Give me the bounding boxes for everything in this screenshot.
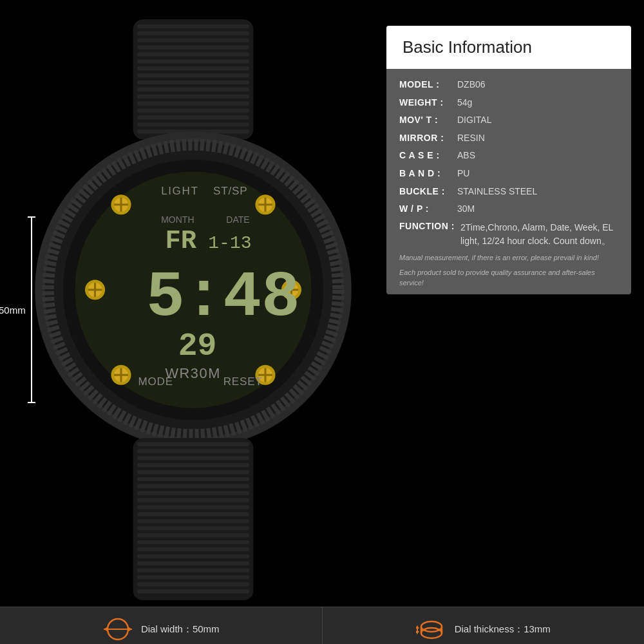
info-field-key: MOV' T : bbox=[399, 114, 457, 127]
info-field-key: W / P : bbox=[399, 203, 457, 216]
info-field-key: MODEL : bbox=[399, 79, 457, 91]
svg-rect-12 bbox=[137, 102, 249, 106]
svg-text:29: 29 bbox=[178, 328, 217, 365]
watch-area: 50mm bbox=[13, 19, 374, 600]
info-card: Basic Information MODEL :DZB06WEIGHT :54… bbox=[386, 26, 631, 294]
spec-dial-width: Dial width：50mm bbox=[0, 607, 323, 644]
svg-rect-77 bbox=[137, 519, 249, 523]
info-field-key: WEIGHT : bbox=[399, 97, 457, 109]
dimension-indicator: 50mm bbox=[31, 216, 32, 403]
svg-text:LIGHT: LIGHT bbox=[161, 185, 198, 197]
main-container: 50mm bbox=[0, 0, 644, 644]
info-field-value: 30M bbox=[457, 203, 475, 216]
svg-rect-4 bbox=[137, 45, 249, 49]
svg-text:1-13: 1-13 bbox=[208, 233, 251, 253]
svg-rect-9 bbox=[137, 80, 249, 84]
info-field-key: MIRROR : bbox=[399, 132, 457, 145]
svg-rect-76 bbox=[137, 512, 249, 516]
info-field-row: B A N D :PU bbox=[399, 167, 618, 180]
svg-rect-67 bbox=[137, 449, 249, 453]
svg-rect-78 bbox=[137, 526, 249, 530]
svg-rect-10 bbox=[137, 88, 249, 91]
info-field-row: WEIGHT :54g bbox=[399, 97, 618, 109]
info-field-key: C A S E : bbox=[399, 149, 457, 162]
dial-width-icon bbox=[102, 614, 133, 644]
info-field-key: BUCKLE : bbox=[399, 185, 457, 198]
info-card-header: Basic Information bbox=[386, 26, 631, 69]
watch-image: LIGHT ST/SP MODE RESET MONTH DATE FR 1-1… bbox=[13, 19, 374, 600]
svg-rect-15 bbox=[137, 122, 249, 126]
info-field-key: B A N D : bbox=[399, 167, 457, 180]
info-card-body: MODEL :DZB06WEIGHT :54gMOV' T :DIGITALMI… bbox=[386, 69, 631, 294]
svg-marker-90 bbox=[104, 627, 107, 631]
svg-text:FR: FR bbox=[165, 226, 196, 256]
info-field-row: MOV' T :DIGITAL bbox=[399, 114, 618, 127]
svg-marker-98 bbox=[416, 631, 419, 634]
info-field-row: MODEL :DZB06 bbox=[399, 79, 618, 91]
dimension-label: 50mm bbox=[0, 305, 26, 316]
function-key: FUNCTION : bbox=[399, 221, 460, 231]
svg-rect-13 bbox=[137, 108, 249, 112]
info-field-row: BUCKLE :STAINLESS STEEL bbox=[399, 185, 618, 198]
svg-rect-6 bbox=[137, 59, 249, 63]
svg-rect-83 bbox=[137, 562, 249, 565]
info-note-1: Manual measurement, if there is an error… bbox=[399, 253, 618, 263]
info-field-value: DIGITAL bbox=[457, 114, 491, 127]
svg-rect-68 bbox=[137, 456, 249, 460]
info-field-value: 54g bbox=[457, 97, 472, 109]
svg-text:MONTH: MONTH bbox=[161, 214, 194, 225]
function-row: FUNCTION : 2Time,Chrono, Alarm, Date, We… bbox=[399, 221, 618, 248]
svg-rect-2 bbox=[137, 32, 249, 35]
svg-marker-91 bbox=[129, 627, 132, 631]
info-field-value: DZB06 bbox=[457, 79, 486, 91]
svg-text:ST/SP: ST/SP bbox=[213, 185, 247, 197]
info-field-row: W / P :30M bbox=[399, 203, 618, 216]
spec-dial-thickness-label: Dial thickness：13mm bbox=[455, 623, 551, 636]
svg-rect-70 bbox=[137, 470, 249, 474]
svg-rect-80 bbox=[137, 540, 249, 544]
svg-rect-8 bbox=[137, 73, 249, 77]
svg-rect-74 bbox=[137, 498, 249, 502]
svg-text:5:48: 5:48 bbox=[146, 261, 300, 334]
svg-rect-72 bbox=[137, 484, 249, 488]
info-field-value: ABS bbox=[457, 149, 475, 162]
svg-rect-14 bbox=[137, 115, 249, 119]
svg-rect-85 bbox=[137, 575, 249, 579]
specs-row-1: Dial width：50mm Dial thickness：13mm bbox=[0, 607, 644, 644]
info-field-value: PU bbox=[457, 167, 469, 180]
spec-dial-width-label: Dial width：50mm bbox=[141, 623, 220, 636]
specs-section: Dial width：50mm Dial thickness：13mm bbox=[0, 607, 644, 644]
function-value: 2Time,Chrono, Alarm, Date, Week, EL ligh… bbox=[460, 221, 618, 248]
svg-marker-97 bbox=[416, 625, 419, 629]
svg-point-95 bbox=[421, 628, 442, 638]
info-card-title: Basic Information bbox=[402, 37, 615, 57]
info-field-value: RESIN bbox=[457, 132, 485, 145]
svg-rect-1 bbox=[137, 24, 249, 28]
svg-rect-5 bbox=[137, 52, 249, 56]
svg-rect-7 bbox=[137, 66, 249, 70]
info-field-value: STAINLESS STEEL bbox=[457, 185, 537, 198]
svg-text:RESET: RESET bbox=[223, 375, 263, 388]
svg-rect-3 bbox=[137, 39, 249, 43]
svg-rect-87 bbox=[137, 589, 249, 593]
info-note-2: Each product sold to provide quality ass… bbox=[399, 268, 618, 288]
svg-rect-11 bbox=[137, 95, 249, 99]
svg-rect-81 bbox=[137, 547, 249, 551]
svg-rect-69 bbox=[137, 463, 249, 467]
svg-rect-66 bbox=[137, 442, 249, 446]
top-section: 50mm bbox=[0, 0, 644, 607]
svg-rect-79 bbox=[137, 533, 249, 537]
dial-thickness-icon bbox=[416, 614, 447, 644]
svg-rect-84 bbox=[137, 568, 249, 572]
svg-text:WR30M: WR30M bbox=[165, 365, 220, 381]
info-field-row: MIRROR :RESIN bbox=[399, 132, 618, 145]
svg-rect-75 bbox=[137, 505, 249, 509]
svg-rect-86 bbox=[137, 582, 249, 586]
spec-dial-thickness: Dial thickness：13mm bbox=[323, 607, 645, 644]
svg-rect-82 bbox=[137, 554, 249, 558]
svg-rect-73 bbox=[137, 491, 249, 495]
info-field-row: C A S E :ABS bbox=[399, 149, 618, 162]
svg-rect-0 bbox=[133, 19, 254, 140]
svg-text:DATE: DATE bbox=[226, 214, 249, 225]
svg-rect-71 bbox=[137, 477, 249, 481]
